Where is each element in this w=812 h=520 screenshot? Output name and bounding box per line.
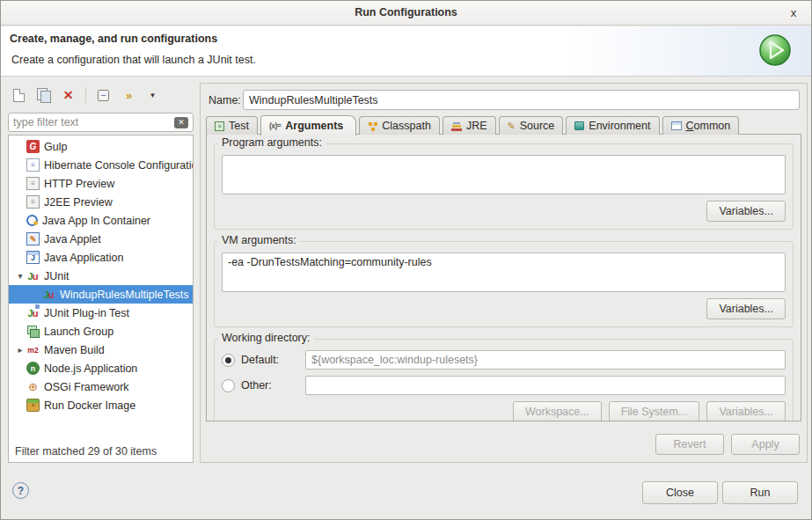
source-tab-icon: ✎	[508, 121, 516, 132]
tree-item-http-preview[interactable]: ≡HTTP Preview	[9, 174, 193, 193]
java-application-icon: J	[26, 251, 40, 264]
close-button[interactable]: Close	[642, 481, 718, 504]
program-arguments-label: Program arguments:	[218, 136, 326, 149]
name-input[interactable]	[243, 90, 800, 110]
expand-arrow-icon[interactable]: ▸	[14, 345, 26, 355]
tree-item-junit[interactable]: ▾JuJUnit	[9, 267, 193, 285]
tree-item-label: Java App In Container	[42, 215, 150, 227]
docker-icon: ≡	[26, 399, 40, 412]
tree-item-label: WindupRulesMultipleTests	[60, 289, 189, 301]
tree-item-label: Node.js Application	[44, 363, 137, 375]
vm-arguments-group: VM arguments: -ea -DrunTestsMatching=com…	[214, 241, 794, 327]
clear-filter-icon[interactable]: ✕	[174, 117, 188, 128]
tree-item-java-app-in-container[interactable]: Java App In Container	[9, 211, 193, 230]
node-icon: n	[26, 362, 40, 375]
other-directory-input[interactable]	[305, 376, 786, 395]
apply-button[interactable]: Apply	[731, 434, 800, 455]
tab-label: Environment	[589, 120, 650, 132]
tree-item-maven-build[interactable]: ▸m2Maven Build	[9, 341, 193, 359]
test-tab-icon: ≡	[215, 121, 224, 131]
common-tab-icon	[671, 121, 682, 130]
junit-icon: Ju	[26, 269, 40, 282]
default-radio[interactable]	[222, 354, 235, 367]
j2ee-preview-icon: ≡	[26, 195, 40, 209]
tab-environment[interactable]: Environment	[566, 116, 659, 135]
tree-item-junit-plug-in-test[interactable]: JuJUnit Plug-in Test	[9, 304, 193, 322]
tree-item-label: Maven Build	[44, 344, 105, 356]
tree-item-run-docker-image[interactable]: ≡Run Docker Image	[9, 396, 193, 414]
run-button[interactable]: Run	[722, 481, 798, 504]
tree-item-label: HTTP Preview	[44, 178, 114, 190]
menu-dropdown-icon[interactable]: ▼	[145, 88, 160, 103]
tree-item-hibernate-console-configuration[interactable]: ≡Hibernate Console Configuration	[9, 156, 193, 174]
tab-arguments[interactable]: (x)=Arguments	[260, 115, 356, 135]
tree-item-label: OSGi Framework	[44, 381, 129, 393]
tree-item-winduprulesmultipletests[interactable]: JuWindupRulesMultipleTests	[9, 285, 193, 304]
filter-status-text: Filter matched 29 of 30 items	[15, 445, 157, 458]
workdir-variables-button[interactable]: Variables...	[706, 401, 786, 421]
tree-item-label: Launch Group	[44, 326, 113, 338]
tree-item-label: Hibernate Console Configuration	[44, 159, 194, 172]
close-icon[interactable]: x	[786, 5, 801, 21]
tab-source[interactable]: ✎Source	[499, 116, 564, 135]
junit-plugin-icon: Ju	[26, 306, 40, 319]
junit-icon: Ju	[42, 288, 55, 301]
window-title: Run Configurations	[1, 6, 811, 18]
new-configuration-icon[interactable]	[11, 88, 26, 103]
expand-arrow-icon[interactable]: ▾	[14, 271, 26, 281]
delete-configuration-icon[interactable]: ✕	[61, 88, 76, 103]
jre-tab-icon	[451, 121, 462, 131]
other-radio-label: Other:	[241, 379, 305, 392]
program-variables-button[interactable]: Variables...	[706, 201, 786, 222]
program-arguments-input[interactable]	[222, 155, 786, 194]
title-bar: Run Configurations x	[1, 1, 811, 26]
arguments-tab-content: Program arguments: Variables... VM argum…	[206, 134, 801, 421]
tab-test[interactable]: ≡Test	[206, 116, 258, 135]
working-directory-group: Working directory: Default: Other: Works…	[214, 339, 794, 421]
hibernate-icon: ≡	[26, 158, 40, 172]
tree-item-gulp[interactable]: GGulp	[9, 137, 193, 156]
run-configurations-dialog: Run Configurations x Create, manage, and…	[0, 0, 812, 520]
tree-item-label: Gulp	[44, 141, 67, 153]
arguments-tab-icon: (x)=	[269, 121, 281, 130]
dialog-actions: Close Run	[642, 481, 798, 504]
osgi-icon: ⊕	[26, 380, 40, 393]
tab-common[interactable]: Common	[662, 116, 740, 135]
vm-arguments-input[interactable]: -ea -DrunTestsMatching=community-rules	[222, 253, 786, 292]
workspace-button[interactable]: Workspace...	[513, 401, 602, 421]
filter-field: ✕	[8, 113, 194, 132]
configurations-tree: GGulp≡Hibernate Console Configuration≡HT…	[8, 135, 194, 463]
tree-item-java-application[interactable]: JJava Application	[9, 248, 193, 267]
tab-jre[interactable]: JRE	[443, 116, 496, 135]
classpath-tab-icon	[368, 121, 377, 131]
default-radio-label: Default:	[241, 354, 305, 366]
panel-actions: Revert Apply	[655, 434, 800, 455]
vm-variables-button[interactable]: Variables...	[706, 298, 786, 319]
filter-input[interactable]	[13, 116, 174, 128]
duplicate-configuration-icon[interactable]	[36, 88, 51, 103]
header-title: Create, manage, and run configurations	[10, 33, 217, 45]
tree-item-osgi-framework[interactable]: ⊕OSGi Framework	[9, 377, 193, 396]
tree-item-label: Run Docker Image	[44, 399, 135, 412]
tab-classpath[interactable]: Classpath	[359, 116, 440, 135]
other-radio[interactable]	[222, 379, 235, 392]
tree-item-java-applet[interactable]: ✎Java Applet	[9, 230, 193, 248]
tree-item-launch-group[interactable]: Launch Group	[9, 322, 193, 341]
tree-item-node-js-application[interactable]: nNode.js Application	[9, 359, 193, 377]
launch-group-icon	[26, 325, 40, 338]
maven-icon: m2	[26, 343, 40, 356]
tree-item-j2ee-preview[interactable]: ≡J2EE Preview	[9, 193, 193, 211]
file-system-button[interactable]: File System...	[609, 401, 700, 421]
tree-item-label: J2EE Preview	[44, 196, 113, 209]
default-directory-input[interactable]	[305, 350, 786, 370]
working-directory-label: Working directory:	[218, 332, 314, 344]
tab-label: Classpath	[382, 120, 431, 132]
http-preview-icon: ≡	[26, 177, 40, 190]
collapse-all-icon[interactable]: −	[96, 88, 111, 103]
program-arguments-group: Program arguments: Variables...	[214, 143, 794, 230]
name-label: Name:	[208, 94, 241, 106]
filter-configurations-icon[interactable]: »	[121, 88, 135, 103]
tab-label: Source	[520, 120, 555, 132]
revert-button[interactable]: Revert	[655, 434, 724, 455]
help-button[interactable]: ?	[12, 482, 29, 499]
